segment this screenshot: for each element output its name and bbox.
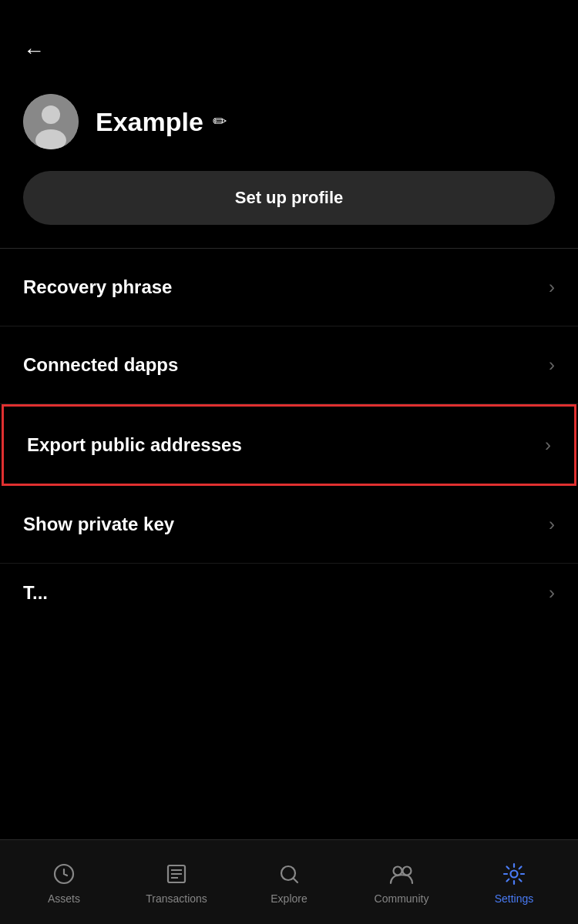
nav-item-settings[interactable]: Settings [458,860,570,905]
back-button[interactable]: ← [23,38,45,63]
chevron-icon: › [549,276,555,298]
chevron-icon: › [545,434,551,456]
menu-item-partial[interactable]: T... › [0,564,578,610]
header: ← [0,0,578,79]
menu-item-export-public-addresses[interactable]: Export public addresses › [2,404,576,486]
profile-name-row: Example ✏ [96,107,227,137]
nav-item-transactions[interactable]: Transactions [120,860,233,905]
assets-icon [50,860,78,888]
screen: ← Example ✏ Set up profile Recovery ph [0,0,578,924]
setup-profile-button[interactable]: Set up profile [23,171,555,225]
chevron-icon: › [549,514,555,535]
svg-line-9 [294,878,298,882]
transactions-icon [163,860,190,888]
menu-item-label: Recovery phrase [23,276,172,298]
chevron-icon: › [549,354,555,376]
profile-row: Example ✏ [23,94,555,149]
menu-item-label: Show private key [23,514,174,535]
menu-item-label: Connected dapps [23,354,178,376]
menu-item-label: T... [23,582,48,604]
profile-name: Example [96,107,203,137]
bottom-nav: Assets Transactions Explore [0,839,578,924]
svg-point-11 [403,866,412,875]
nav-label-transactions: Transactions [146,892,207,905]
nav-label-community: Community [375,892,429,905]
settings-icon [500,860,528,888]
avatar [23,94,79,149]
profile-section: Example ✏ Set up profile [0,79,578,248]
nav-label-explore: Explore [271,892,307,905]
menu-item-connected-dapps[interactable]: Connected dapps › [0,326,578,404]
svg-point-10 [394,866,402,875]
menu-item-show-private-key[interactable]: Show private key › [0,486,578,564]
explore-icon [275,860,303,888]
nav-item-assets[interactable]: Assets [8,860,120,905]
community-icon [388,860,415,888]
menu-item-label: Export public addresses [27,434,242,456]
nav-item-community[interactable]: Community [345,860,458,905]
svg-point-1 [42,105,60,124]
nav-item-explore[interactable]: Explore [233,860,345,905]
nav-label-assets: Assets [48,892,80,905]
chevron-icon: › [549,582,555,604]
edit-icon[interactable]: ✏ [213,112,227,132]
nav-label-settings: Settings [495,892,534,905]
svg-point-12 [511,870,518,877]
menu-list: Recovery phrase › Connected dapps › Expo… [0,249,578,839]
menu-item-recovery-phrase[interactable]: Recovery phrase › [0,249,578,326]
